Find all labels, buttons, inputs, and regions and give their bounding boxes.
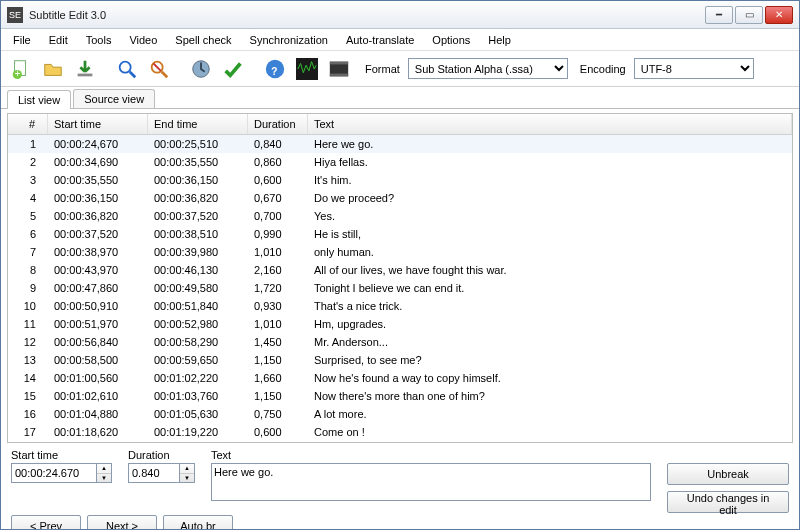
menu-options[interactable]: Options	[424, 32, 478, 48]
svg-line-5	[130, 71, 136, 77]
encoding-label: Encoding	[580, 63, 626, 75]
list-rows[interactable]: 100:00:24,67000:00:25,5100,840Here we go…	[8, 135, 792, 441]
new-file-icon[interactable]: +	[7, 55, 35, 83]
waveform-icon[interactable]	[293, 55, 321, 83]
menu-tools[interactable]: Tools	[78, 32, 120, 48]
menu-edit[interactable]: Edit	[41, 32, 76, 48]
undo-edit-button[interactable]: Undo changes in edit	[667, 491, 789, 513]
menu-file[interactable]: File	[5, 32, 39, 48]
svg-text:?: ?	[271, 65, 277, 76]
table-row[interactable]: 800:00:43,97000:00:46,1302,160All of our…	[8, 261, 792, 279]
svg-text:+: +	[15, 68, 21, 79]
col-text[interactable]: Text	[308, 114, 792, 134]
col-num[interactable]: #	[8, 114, 48, 134]
start-time-input[interactable]	[11, 463, 97, 483]
format-label: Format	[365, 63, 400, 75]
start-time-spinner[interactable]: ▲▼	[97, 463, 112, 483]
svg-rect-14	[330, 61, 348, 64]
minimize-button[interactable]: ━	[705, 6, 733, 24]
table-row[interactable]: 1500:01:02,61000:01:03,7601,150Now there…	[8, 387, 792, 405]
table-row[interactable]: 400:00:36,15000:00:36,8200,670Do we proc…	[8, 189, 792, 207]
list-header: # Start time End time Duration Text	[8, 114, 792, 135]
svg-rect-15	[330, 73, 348, 76]
app-icon: SE	[7, 7, 23, 23]
col-duration[interactable]: Duration	[248, 114, 308, 134]
tab-list-view[interactable]: List view	[7, 90, 71, 109]
video-icon[interactable]	[325, 55, 353, 83]
table-row[interactable]: 1300:00:58,50000:00:59,6501,150Surprised…	[8, 351, 792, 369]
table-row[interactable]: 1100:00:51,97000:00:52,9801,010Hm, upgra…	[8, 315, 792, 333]
prev-button[interactable]: < Prev	[11, 515, 81, 530]
svg-point-4	[120, 61, 131, 72]
find-icon[interactable]	[113, 55, 141, 83]
next-button[interactable]: Next >	[87, 515, 157, 530]
title-bar: SE Subtitle Edit 3.0 ━ ▭ ✕	[1, 1, 799, 29]
tab-source-view[interactable]: Source view	[73, 89, 155, 108]
subtitle-list: # Start time End time Duration Text 100:…	[7, 113, 793, 443]
window-title: Subtitle Edit 3.0	[29, 9, 705, 21]
spellcheck-icon[interactable]	[219, 55, 247, 83]
tab-strip: List view Source view	[1, 87, 799, 109]
table-row[interactable]: 700:00:38,97000:00:39,9801,010only human…	[8, 243, 792, 261]
col-end[interactable]: End time	[148, 114, 248, 134]
menu-bar: File Edit Tools Video Spell check Synchr…	[1, 29, 799, 51]
text-input[interactable]	[211, 463, 651, 501]
replace-icon[interactable]	[145, 55, 173, 83]
svg-line-7	[162, 71, 168, 77]
open-file-icon[interactable]	[39, 55, 67, 83]
table-row[interactable]: 1400:01:00,56000:01:02,2201,660Now he's …	[8, 369, 792, 387]
toolbar: + ? Format Sub Station Alpha (.ssa) Enco…	[1, 51, 799, 87]
table-row[interactable]: 1000:00:50,91000:00:51,8400,930That's a …	[8, 297, 792, 315]
svg-rect-3	[78, 73, 93, 76]
table-row[interactable]: 1200:00:56,84000:00:58,2901,450Mr. Ander…	[8, 333, 792, 351]
table-row[interactable]: 600:00:37,52000:00:38,5100,990He is stil…	[8, 225, 792, 243]
menu-help[interactable]: Help	[480, 32, 519, 48]
table-row[interactable]: 1600:01:04,88000:01:05,6300,750A lot mor…	[8, 405, 792, 423]
duration-spinner[interactable]: ▲▼	[180, 463, 195, 483]
autobr-button[interactable]: Auto br	[163, 515, 233, 530]
table-row[interactable]: 900:00:47,86000:00:49,5801,720Tonight I …	[8, 279, 792, 297]
menu-autotranslate[interactable]: Auto-translate	[338, 32, 422, 48]
col-start[interactable]: Start time	[48, 114, 148, 134]
menu-spellcheck[interactable]: Spell check	[167, 32, 239, 48]
menu-video[interactable]: Video	[121, 32, 165, 48]
unbreak-button[interactable]: Unbreak	[667, 463, 789, 485]
encoding-select[interactable]: UTF-8	[634, 58, 754, 79]
maximize-button[interactable]: ▭	[735, 6, 763, 24]
edit-panel: Start time ▲▼ Duration ▲▼ Text Unbreak U…	[1, 443, 799, 515]
save-file-icon[interactable]	[71, 55, 99, 83]
table-row[interactable]: 1700:01:18,62000:01:19,2200,600Come on !	[8, 423, 792, 441]
table-row[interactable]: 200:00:34,69000:00:35,5500,860Hiya fella…	[8, 153, 792, 171]
visual-sync-icon[interactable]	[187, 55, 215, 83]
duration-label: Duration	[128, 449, 195, 461]
help-icon[interactable]: ?	[261, 55, 289, 83]
duration-input[interactable]	[128, 463, 180, 483]
svg-line-8	[154, 63, 161, 70]
menu-sync[interactable]: Synchronization	[242, 32, 336, 48]
table-row[interactable]: 500:00:36,82000:00:37,5200,700Yes.	[8, 207, 792, 225]
close-button[interactable]: ✕	[765, 6, 793, 24]
start-time-label: Start time	[11, 449, 112, 461]
nav-row: < Prev Next > Auto br	[1, 515, 799, 530]
table-row[interactable]: 100:00:24,67000:00:25,5100,840Here we go…	[8, 135, 792, 153]
table-row[interactable]: 300:00:35,55000:00:36,1500,600It's him.	[8, 171, 792, 189]
text-label: Text	[211, 449, 651, 461]
format-select[interactable]: Sub Station Alpha (.ssa)	[408, 58, 568, 79]
